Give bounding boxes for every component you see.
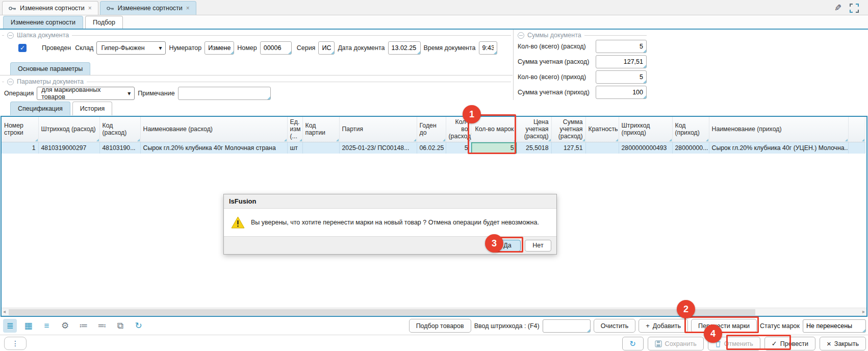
summa-rashod-field[interactable] <box>596 55 647 68</box>
tab-specifikaciya[interactable]: Спецификация <box>10 102 70 115</box>
tab-podbor[interactable]: Подбор <box>85 16 123 29</box>
column-header[interactable]: Годен до <box>417 117 446 142</box>
transfer-marks-button[interactable]: Перенести марки <box>691 319 757 333</box>
proveden-checkbox[interactable]: ✓ <box>18 44 27 52</box>
operation-select[interactable]: для маркированных товаров▾ <box>37 87 135 100</box>
barcode-label: Ввод штрихкода : (F4) <box>474 322 540 330</box>
collapse-icon[interactable] <box>518 32 524 39</box>
view-grid-icon[interactable]: ▦ <box>21 319 35 333</box>
close-tab-icon[interactable]: × <box>186 5 190 12</box>
sum-row: Сумма учетная (приход) <box>518 85 647 100</box>
cell[interactable]: 2025-01-23/ ПС00148... <box>339 142 417 154</box>
note-field[interactable] <box>178 87 271 100</box>
seriya-field[interactable] <box>318 41 335 55</box>
tab-osnovnye-parametry[interactable]: Основные параметры <box>10 62 90 75</box>
check-icon: ✓ <box>772 340 777 347</box>
column-header[interactable]: Партия <box>339 117 417 142</box>
cell[interactable] <box>585 142 619 154</box>
qty-prihod-field[interactable] <box>596 70 647 84</box>
cell[interactable]: Сырок гл.20% клубника 40г (УЦЕН.) Молочн… <box>709 142 848 154</box>
numerator-field[interactable] <box>205 41 234 55</box>
edit-pencil-icon[interactable]: ✎ <box>834 3 841 13</box>
column-header-kolvo-marok[interactable]: Кол-во марок <box>471 117 517 142</box>
cell[interactable]: 48103190... <box>99 142 140 154</box>
cell-kolvo-marok-selected[interactable]: 5 <box>471 142 517 154</box>
cell[interactable]: шт <box>287 142 302 154</box>
scroll-right-icon[interactable]: ▸ <box>862 309 865 314</box>
sum-label: Сумма учетная (приход) <box>518 89 596 96</box>
open-in-new-icon[interactable]: ⧉ <box>113 319 127 333</box>
tab-izmenenie-sortnosti[interactable]: Изменение сортности <box>3 16 83 29</box>
column-header[interactable]: Ед. изм (... <box>287 117 302 142</box>
cell[interactable] <box>302 142 339 154</box>
barcode-input[interactable] <box>543 319 591 333</box>
collapse-icon[interactable] <box>7 79 14 85</box>
scrollbar-thumb[interactable] <box>9 309 755 315</box>
qty-rashod-field[interactable] <box>596 40 647 53</box>
tab-istoriya[interactable]: История <box>72 102 112 115</box>
doc-date-field[interactable] <box>388 41 421 55</box>
add-button[interactable]: +Добавить <box>639 319 688 333</box>
cell[interactable]: 1 <box>2 142 38 154</box>
cell[interactable]: 4810319000297 <box>38 142 99 154</box>
no-button[interactable]: Нет <box>525 240 551 252</box>
note-label: Примечание <box>138 90 174 97</box>
column-header[interactable]: Код (расход) <box>99 117 140 142</box>
sklad-select[interactable]: Гипер-Фьюжен▾ <box>96 41 166 55</box>
cell[interactable]: 06.02.25 <box>417 142 446 154</box>
cell[interactable]: 5 <box>446 142 471 154</box>
cell[interactable]: 28000000... <box>672 142 709 154</box>
dialog-title: lsFusion <box>224 194 556 209</box>
column-header[interactable]: Штрихкод (приход) <box>619 117 672 142</box>
trash-icon <box>715 340 721 347</box>
add-rows-icon[interactable]: ≕ <box>95 319 109 333</box>
save-button[interactable]: Сохранить <box>648 337 704 350</box>
column-header[interactable]: Код партии <box>302 117 339 142</box>
column-header[interactable]: Наименование (приход) <box>709 117 848 142</box>
gear-icon[interactable]: ⚙ <box>58 319 72 333</box>
horizontal-scrollbar[interactable]: ◂ ▸ <box>2 308 866 316</box>
document-header-fields: ✓ Проведен Склад Гипер-Фьюжен▾ Нумератор… <box>0 41 497 55</box>
column-header[interactable]: Номер строки <box>2 117 38 142</box>
scroll-left-icon[interactable]: ◂ <box>3 309 6 314</box>
cell[interactable]: 127,51 <box>551 142 585 154</box>
close-tab-icon[interactable]: × <box>88 5 92 12</box>
column-header[interactable]: Кратность <box>585 117 619 142</box>
cell[interactable]: Сырок гл.20% клубника 40г Молочная стран… <box>140 142 287 154</box>
view-list-icon[interactable]: ≣ <box>3 319 17 333</box>
cell[interactable]: 25,5018 <box>517 142 551 154</box>
cancel-button[interactable]: Отменить <box>708 337 760 350</box>
seriya-label: Серия <box>297 44 316 52</box>
clear-button[interactable]: Очистить <box>594 319 635 333</box>
summa-prihod-field[interactable] <box>596 86 647 99</box>
form-tab-bar: Изменение сортности Подбор <box>0 15 868 30</box>
column-header[interactable]: Цена учетная (расход) <box>517 117 551 142</box>
refresh-button[interactable]: ↻ <box>622 337 644 350</box>
grid-row-1[interactable]: 1 4810319000297 48103190... Сырок гл.20%… <box>2 142 865 154</box>
collapse-icon[interactable] <box>7 32 14 39</box>
podbor-tovarov-button[interactable]: Подбор товаров <box>409 319 471 333</box>
nomer-label: Номер <box>237 44 257 52</box>
more-menu-button[interactable]: ⋮ <box>4 337 27 350</box>
refresh-grid-icon[interactable]: ↻ <box>132 319 145 333</box>
dialog-message: Вы уверены, что хотите перенести марки н… <box>251 219 539 226</box>
header-section-title: Шапка документа <box>17 32 69 39</box>
numbered-list-icon[interactable]: ≔ <box>76 319 90 333</box>
column-header[interactable]: Сумма учетная (расход) <box>551 117 585 142</box>
yes-button[interactable]: Да <box>494 240 521 252</box>
window-tab-label: Изменение сортности <box>118 5 183 12</box>
cell[interactable]: 2800000000493 <box>619 142 672 154</box>
doc-date-label: Дата документа <box>338 44 385 52</box>
fullscreen-icon[interactable] <box>850 4 859 13</box>
close-button[interactable]: ×Закрыть <box>820 337 866 350</box>
nomer-field[interactable] <box>260 41 292 55</box>
column-header[interactable]: Штрихкод (расход) <box>38 117 99 142</box>
column-header[interactable]: Кол-во (расход) <box>446 117 471 142</box>
window-tab-izmeneniya-sortnosti[interactable]: Изменения сортности × <box>2 1 98 15</box>
window-tab-izmenenie-sortnosti[interactable]: Изменение сортности × <box>100 1 196 15</box>
doc-time-field[interactable] <box>479 41 497 55</box>
filter-icon[interactable]: ≡ <box>40 319 54 333</box>
column-header[interactable]: Наименование (расход) <box>140 117 287 142</box>
post-button[interactable]: ✓Провести <box>764 337 815 350</box>
column-header[interactable]: Код (приход) <box>672 117 709 142</box>
